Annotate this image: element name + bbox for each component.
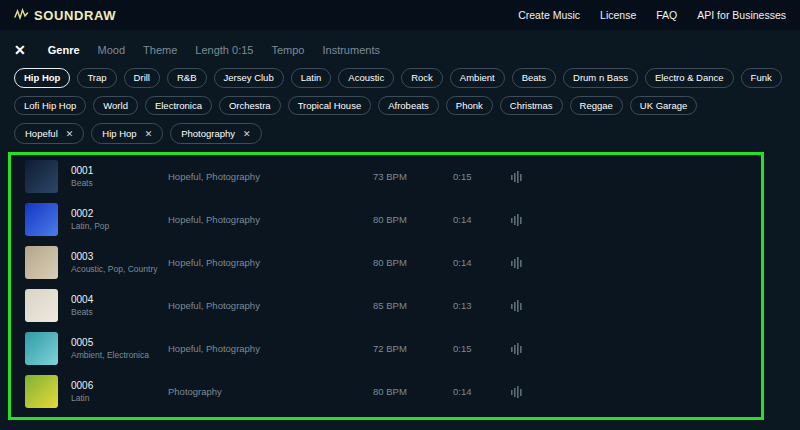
track-genres: Latin xyxy=(71,393,168,403)
tab-length[interactable]: Length 0:15 xyxy=(195,44,253,56)
track-row[interactable]: 0002 Latin, Pop Hopeful, Photography 80 … xyxy=(11,198,761,241)
tab-mood[interactable]: Mood xyxy=(98,44,126,56)
soundraw-logo[interactable]: SOUNDRAW xyxy=(14,6,116,24)
track-info: 0003 Acoustic, Pop, Country xyxy=(71,251,168,274)
waveform-icon[interactable] xyxy=(510,256,528,270)
track-bpm: 80 BPM xyxy=(373,257,453,268)
waveform-logo-icon xyxy=(14,6,29,24)
remove-tag-icon[interactable]: ✕ xyxy=(145,129,153,139)
tab-tempo[interactable]: Tempo xyxy=(271,44,304,56)
track-info: 0006 Latin xyxy=(71,380,168,403)
selected-tag-hopeful[interactable]: Hopeful ✕ xyxy=(14,123,84,144)
track-id: 0006 xyxy=(71,380,168,391)
waveform-icon[interactable] xyxy=(510,385,528,399)
track-thumbnail[interactable] xyxy=(25,289,58,322)
track-id: 0004 xyxy=(71,294,168,305)
track-genres: Ambient, Electronica xyxy=(71,350,168,360)
filter-panel: ✕ Genre Mood Theme Length 0:15 Tempo Ins… xyxy=(0,30,800,144)
genre-chip-latin[interactable]: Latin xyxy=(291,68,332,88)
track-info: 0004 Beats xyxy=(71,294,168,317)
nav-license[interactable]: License xyxy=(600,9,636,21)
track-row[interactable]: 0003 Acoustic, Pop, Country Hopeful, Pho… xyxy=(11,241,761,284)
track-row[interactable]: 0006 Latin Photography 80 BPM 0:14 xyxy=(11,370,761,413)
track-list-highlight-box: 0001 Beats Hopeful, Photography 73 BPM 0… xyxy=(8,152,764,420)
genre-chips-row2: Lofi Hip Hop World Electronica Orchestra… xyxy=(14,96,786,116)
track-thumbnail[interactable] xyxy=(25,246,58,279)
waveform-icon[interactable] xyxy=(510,342,528,356)
track-genres: Acoustic, Pop, Country xyxy=(71,264,168,274)
filter-tabs: ✕ Genre Mood Theme Length 0:15 Tempo Ins… xyxy=(14,42,786,58)
top-bar: SOUNDRAW Create Music License FAQ API fo… xyxy=(0,0,800,30)
track-tags: Hopeful, Photography xyxy=(168,257,373,268)
genre-chip-orchestra[interactable]: Orchestra xyxy=(219,96,281,116)
track-duration: 0:14 xyxy=(453,214,510,225)
selected-tags-row: Hopeful ✕ Hip Hop ✕ Photography ✕ xyxy=(14,123,786,144)
genre-chip-christmas[interactable]: Christmas xyxy=(500,96,563,116)
track-id: 0001 xyxy=(71,165,168,176)
track-tags: Hopeful, Photography xyxy=(168,214,373,225)
track-thumbnail[interactable] xyxy=(25,203,58,236)
genre-chip-rnb[interactable]: R&B xyxy=(167,68,207,88)
waveform-icon[interactable] xyxy=(510,299,528,313)
genre-chip-tropical-house[interactable]: Tropical House xyxy=(288,96,372,116)
genre-chip-drum-n-bass[interactable]: Drum n Bass xyxy=(563,68,638,88)
track-info: 0001 Beats xyxy=(71,165,168,188)
nav-api-for-businesses[interactable]: API for Businesses xyxy=(697,9,786,21)
genre-chip-reggae[interactable]: Reggae xyxy=(570,96,623,116)
waveform-icon[interactable] xyxy=(510,170,528,184)
genre-chip-electronica[interactable]: Electronica xyxy=(145,96,212,116)
genre-chip-trap[interactable]: Trap xyxy=(77,68,116,88)
track-duration: 0:14 xyxy=(453,386,510,397)
close-icon[interactable]: ✕ xyxy=(14,42,26,58)
track-info: 0002 Latin, Pop xyxy=(71,208,168,231)
genre-chip-uk-garage[interactable]: UK Garage xyxy=(630,96,698,116)
genre-chip-funk[interactable]: Funk xyxy=(741,68,782,88)
tab-instruments[interactable]: Instruments xyxy=(322,44,379,56)
genre-chip-drill[interactable]: Drill xyxy=(124,68,160,88)
genre-chip-phonk[interactable]: Phonk xyxy=(446,96,493,116)
nav-faq[interactable]: FAQ xyxy=(656,9,677,21)
logo-text: SOUNDRAW xyxy=(34,8,116,23)
track-tags: Hopeful, Photography xyxy=(168,300,373,311)
top-nav: Create Music License FAQ API for Busines… xyxy=(518,9,786,21)
track-bpm: 80 BPM xyxy=(373,214,453,225)
genre-chip-beats[interactable]: Beats xyxy=(512,68,556,88)
waveform-icon[interactable] xyxy=(510,213,528,227)
genre-chip-rock[interactable]: Rock xyxy=(401,68,443,88)
selected-tag-hip-hop[interactable]: Hip Hop ✕ xyxy=(91,123,163,144)
track-bpm: 85 BPM xyxy=(373,300,453,311)
track-genres: Latin, Pop xyxy=(71,221,168,231)
tag-label: Hip Hop xyxy=(102,128,136,139)
track-bpm: 73 BPM xyxy=(373,171,453,182)
tab-theme[interactable]: Theme xyxy=(143,44,177,56)
genre-chip-acoustic[interactable]: Acoustic xyxy=(338,68,394,88)
remove-tag-icon[interactable]: ✕ xyxy=(243,129,251,139)
genre-chip-hip-hop[interactable]: Hip Hop xyxy=(14,68,70,88)
nav-create-music[interactable]: Create Music xyxy=(518,9,580,21)
genre-chip-afrobeats[interactable]: Afrobeats xyxy=(378,96,439,116)
track-thumbnail[interactable] xyxy=(25,375,58,408)
track-duration: 0:13 xyxy=(453,300,510,311)
selected-tag-photography[interactable]: Photography ✕ xyxy=(170,123,261,144)
track-row[interactable]: 0004 Beats Hopeful, Photography 85 BPM 0… xyxy=(11,284,761,327)
tab-genre[interactable]: Genre xyxy=(48,44,80,56)
track-id: 0003 xyxy=(71,251,168,262)
track-row[interactable]: 0005 Ambient, Electronica Hopeful, Photo… xyxy=(11,327,761,370)
genre-chip-jersey-club[interactable]: Jersey Club xyxy=(214,68,284,88)
genre-chip-ambient[interactable]: Ambient xyxy=(450,68,505,88)
track-tags: Hopeful, Photography xyxy=(168,343,373,354)
track-bpm: 80 BPM xyxy=(373,386,453,397)
remove-tag-icon[interactable]: ✕ xyxy=(66,129,74,139)
tag-label: Photography xyxy=(181,128,235,139)
track-tags: Photography xyxy=(168,386,373,397)
track-row[interactable]: 0001 Beats Hopeful, Photography 73 BPM 0… xyxy=(11,155,761,198)
track-duration: 0:15 xyxy=(453,171,510,182)
genre-chip-lofi-hip-hop[interactable]: Lofi Hip Hop xyxy=(14,96,86,116)
tag-label: Hopeful xyxy=(25,128,58,139)
track-genres: Beats xyxy=(71,178,168,188)
genre-chip-world[interactable]: World xyxy=(93,96,138,116)
track-thumbnail[interactable] xyxy=(25,332,58,365)
genre-chip-electro-dance[interactable]: Electro & Dance xyxy=(645,68,734,88)
track-id: 0002 xyxy=(71,208,168,219)
track-thumbnail[interactable] xyxy=(25,160,58,193)
